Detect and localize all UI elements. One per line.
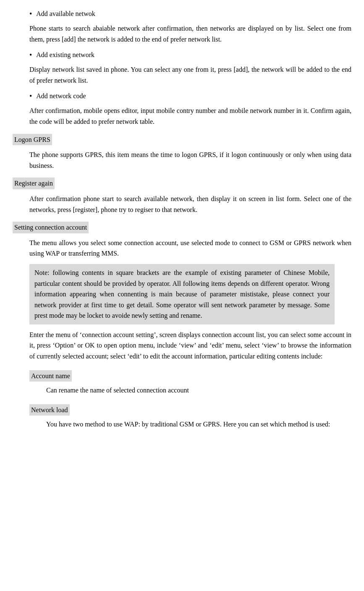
heading-register-again: Register again (13, 178, 55, 189)
sub-section-network-load: Network load You have two method to use … (13, 401, 351, 430)
bullet-item-1: • Add available netwok (29, 8, 351, 20)
bullet-2-icon: • (29, 50, 32, 61)
section-logon-gprs: Logon GPRS The phone supports GPRS, this… (13, 132, 351, 171)
sub-section-account-name: Account name Can rename the name of sele… (13, 367, 351, 396)
para-setting-connection-2: Enter the menu of ‘connection account se… (29, 329, 351, 362)
bullet-1-label: Add available netwok (36, 8, 95, 19)
bullet-item-2: • Add existing network (29, 50, 351, 61)
para-account-name: Can rename the name of selected connecti… (46, 385, 351, 396)
heading-logon-gprs: Logon GPRS (13, 134, 52, 146)
para-setting-connection-1: The menu allows you select some connecti… (29, 238, 351, 259)
para-register-again: After confirmation phone start to search… (29, 194, 351, 215)
bullet-1-icon: • (29, 8, 32, 20)
section-setting-connection: Setting connection account The menu allo… (13, 220, 351, 430)
heading-setting-connection: Setting connection account (13, 222, 89, 233)
heading-account-name: Account name (29, 370, 72, 382)
bullet-3-label: Add network code (36, 91, 86, 102)
para-logon-gprs: The phone supports GPRS, this item means… (29, 149, 351, 171)
bullet-item-3: • Add network code (29, 91, 351, 102)
bullet-3-icon: • (29, 91, 32, 102)
para-2: Display network list saved in phone. You… (29, 64, 351, 86)
para-network-load: You have two method to use WAP: by tradi… (46, 419, 351, 430)
note-block: Note: following contents in square brack… (29, 264, 335, 324)
section-register-again: Register again After confirmation phone … (13, 176, 351, 215)
para-3: After confirmation, mobile opens editor,… (29, 105, 351, 127)
heading-network-load: Network load (29, 404, 70, 416)
bullet-2-label: Add existing network (36, 50, 94, 60)
para-1: Phone starts to search abaiable network … (29, 23, 351, 44)
